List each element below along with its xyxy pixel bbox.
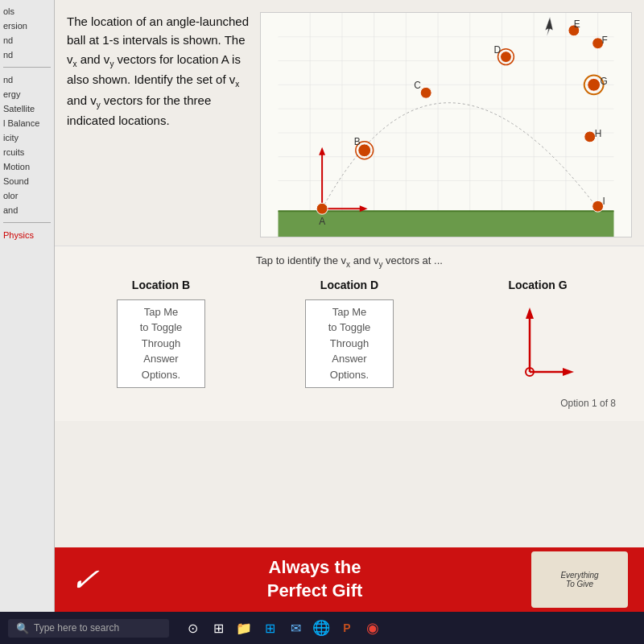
svg-text:B: B (354, 136, 361, 147)
svg-point-41 (584, 131, 596, 142)
sidebar-divider-2 (3, 222, 51, 223)
location-g-column: Location G (444, 279, 632, 388)
ad-text: Always the Perfect Gift (267, 556, 363, 602)
sidebar-item-nd2[interactable]: nd (0, 47, 54, 62)
chrome-icon[interactable]: ◉ (364, 619, 382, 637)
top-section: The location of an angle-launched ball a… (55, 0, 644, 246)
sidebar-item-ols[interactable]: ols (0, 4, 54, 19)
location-g-label: Location G (508, 279, 567, 291)
location-b-toggle[interactable]: Tap Meto ToggleThroughAnswerOptions. (117, 299, 205, 388)
main-content: The location of an angle-launched ball a… (55, 0, 644, 612)
taskbar-search-box[interactable]: 🔍 Type here to search (8, 619, 169, 638)
diagram-svg: A B C D E F (261, 13, 631, 237)
svg-text:H: H (595, 128, 602, 139)
svg-text:D: D (494, 44, 502, 56)
svg-text:I: I (603, 196, 605, 207)
location-d-column: Location D Tap Meto ToggleThroughAnswerO… (255, 279, 444, 388)
svg-text:F: F (602, 35, 608, 46)
option-counter: Option 1 of 8 (67, 398, 632, 409)
sidebar-item-ersion[interactable]: ersion (0, 19, 54, 33)
windows-icon[interactable]: ⊞ (261, 619, 279, 637)
location-g-arrow-diagram[interactable] (493, 299, 582, 388)
sidebar-item-and[interactable]: and (0, 203, 54, 217)
sidebar: ols ersion nd nd nd ergy Satellite l Bal… (0, 0, 55, 612)
sidebar-item-ergy[interactable]: ergy (0, 87, 54, 101)
taskbar-search-text: Type here to search (34, 622, 119, 634)
svg-point-38 (588, 78, 601, 91)
location-b-label: Location B (132, 279, 190, 291)
taskbar-search-icon: 🔍 (16, 622, 29, 634)
sidebar-item-sound[interactable]: Sound (0, 174, 54, 188)
sidebar-item-motion[interactable]: Motion (0, 159, 54, 174)
sidebar-item-satellite[interactable]: Satellite (0, 101, 54, 116)
taskview-icon[interactable]: ⊞ (209, 619, 227, 637)
svg-point-43 (592, 200, 604, 212)
sidebar-item-nd1[interactable]: nd (0, 33, 54, 47)
svg-text:G: G (601, 76, 608, 87)
svg-point-31 (501, 52, 512, 63)
sidebar-item-icity[interactable]: icity (0, 130, 54, 145)
location-d-label: Location D (320, 279, 378, 291)
sidebar-divider-1 (3, 67, 51, 68)
edge-icon[interactable]: 🌐 (312, 619, 330, 637)
svg-point-29 (420, 87, 431, 98)
description-text: The location of an angle-launched ball a… (67, 12, 252, 237)
ad-gift-card: EverythingTo Give (531, 551, 628, 608)
sidebar-item-balance[interactable]: l Balance (0, 116, 54, 130)
tap-instruction: Tap to identify the vx and vy vectors at… (67, 254, 632, 269)
ad-banner: ✓ Always the Perfect Gift EverythingTo G… (55, 547, 644, 612)
svg-marker-49 (563, 368, 574, 376)
svg-marker-47 (526, 308, 534, 319)
sidebar-item-olor[interactable]: olor (0, 188, 54, 203)
sidebar-item-nd3[interactable]: nd (0, 72, 54, 87)
sidebar-item-physics[interactable]: Physics (0, 228, 54, 242)
svg-text:A: A (319, 216, 325, 227)
svg-text:E: E (574, 19, 580, 30)
locations-row: Location B Tap Meto ToggleThroughAnswerO… (67, 279, 632, 388)
svg-text:C: C (414, 80, 421, 91)
bottom-section: Tap to identify the vx and vy vectors at… (55, 246, 644, 421)
nike-swoosh: ✓ (68, 561, 101, 598)
projectile-diagram: A B C D E F (260, 12, 632, 237)
svg-rect-0 (279, 13, 614, 237)
svg-point-24 (316, 203, 328, 214)
taskbar-icons: ⊙ ⊞ 📁 ⊞ ✉ 🌐 P ◉ (184, 619, 382, 637)
powerpoint-icon[interactable]: P (338, 619, 356, 637)
file-explorer-icon[interactable]: 📁 (235, 619, 253, 637)
mail-icon[interactable]: ✉ (287, 619, 304, 637)
location-b-column: Location B Tap Meto ToggleThroughAnswerO… (67, 279, 255, 388)
svg-rect-18 (279, 211, 614, 237)
windows-start-button[interactable]: ⊙ (184, 619, 201, 637)
location-d-toggle[interactable]: Tap Meto ToggleThroughAnswerOptions. (305, 299, 394, 388)
sidebar-item-rcuits[interactable]: rcuits (0, 145, 54, 159)
taskbar: 🔍 Type here to search ⊙ ⊞ 📁 ⊞ ✉ 🌐 P ◉ (0, 612, 644, 644)
